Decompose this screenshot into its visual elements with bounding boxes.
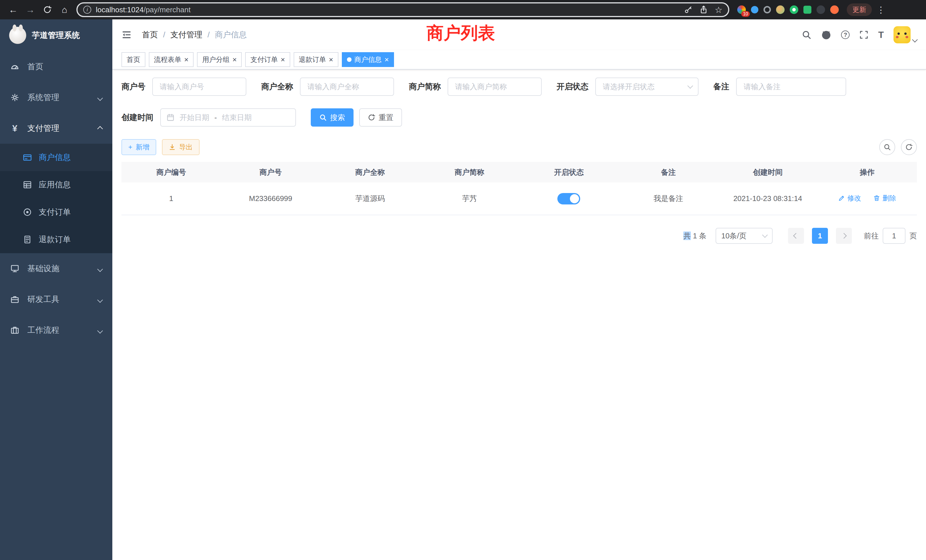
gear-icon <box>10 93 20 102</box>
merchant-no-input[interactable] <box>152 77 246 96</box>
tab-pay-orders[interactable]: 支付订单 × <box>245 52 290 67</box>
extension-icon[interactable] <box>803 6 811 14</box>
home-icon[interactable]: ⌂ <box>57 2 72 17</box>
extension-icon[interactable] <box>751 6 758 14</box>
toggle-search-button[interactable] <box>879 139 895 155</box>
close-icon[interactable]: × <box>280 56 285 63</box>
total-suffix: 条 <box>699 232 707 240</box>
breadcrumb-payment[interactable]: 支付管理 <box>171 29 203 40</box>
page-size-select[interactable]: 10条/页 <box>716 228 773 244</box>
help-icon[interactable]: ? <box>841 30 850 39</box>
sidebar-item-label: 基础设施 <box>27 263 59 274</box>
refresh-table-button[interactable] <box>901 139 917 155</box>
extension-icon[interactable] <box>817 5 825 14</box>
export-button[interactable]: 导出 <box>162 139 200 155</box>
status-switch[interactable] <box>557 193 580 204</box>
user-avatar-menu[interactable] <box>894 26 917 43</box>
tab-user-group[interactable]: 用户分组 × <box>197 52 242 67</box>
share-icon[interactable] <box>699 5 708 14</box>
edit-button[interactable]: 修改 <box>838 194 861 203</box>
tab-home[interactable]: 首页 <box>121 52 145 67</box>
grid-icon <box>23 180 32 189</box>
full-name-label: 商户全称 <box>261 81 293 92</box>
date-range-picker[interactable]: 开始日期 - 结束日期 <box>160 108 296 127</box>
status-select[interactable] <box>595 77 699 96</box>
close-icon[interactable]: × <box>384 56 389 63</box>
table-toolbar: + 新增 导出 <box>121 139 917 155</box>
sidebar-item-home[interactable]: 首页 <box>0 51 112 82</box>
profile-avatar-icon[interactable] <box>830 5 839 14</box>
goto-page: 前往 页 <box>864 228 917 244</box>
page-number-button[interactable]: 1 <box>812 228 828 244</box>
tab-refund-orders[interactable]: 退款订单 × <box>294 52 338 67</box>
browser-update-button[interactable]: 更新 <box>847 3 872 16</box>
full-name-input[interactable] <box>300 77 394 96</box>
prev-page-button[interactable] <box>788 228 804 244</box>
record-circle-icon <box>23 207 32 217</box>
forward-icon[interactable]: → <box>23 2 38 17</box>
extension-icon[interactable] <box>764 6 771 14</box>
short-name-input[interactable] <box>448 77 542 96</box>
search-button[interactable]: 搜索 <box>311 108 354 127</box>
reset-button[interactable]: 重置 <box>359 108 402 127</box>
extension-icon[interactable]: 10 <box>737 5 746 14</box>
sidebar-item-pay-orders[interactable]: 支付订单 <box>0 198 112 226</box>
back-icon[interactable]: ← <box>6 2 21 17</box>
cell-remark: 我是备注 <box>619 183 718 215</box>
extension-icon[interactable] <box>790 5 798 14</box>
search-icon[interactable] <box>802 30 811 39</box>
page-size-value: 10条/页 <box>721 231 746 241</box>
sidebar-item-infra[interactable]: 基础设施 <box>0 253 112 284</box>
browser-toolbar: ← → ⌂ i localhost:1024/pay/merchant ☆ 10 <box>0 0 926 20</box>
key-icon[interactable] <box>684 5 693 14</box>
main-area: 首页 / 支付管理 / 商户信息 ? <box>112 20 926 560</box>
font-size-icon[interactable]: T <box>878 30 884 40</box>
github-icon[interactable] <box>821 30 831 40</box>
fullscreen-icon[interactable] <box>859 30 869 39</box>
app-logo[interactable]: 芋道管理系统 <box>0 20 112 51</box>
reload-icon[interactable] <box>40 2 55 17</box>
address-bar[interactable]: i localhost:1024/pay/merchant ☆ <box>76 2 729 17</box>
app-title: 芋道管理系统 <box>32 30 80 41</box>
sidebar-item-system[interactable]: 系统管理 <box>0 82 112 113</box>
sidebar-item-label: 退款订单 <box>39 234 71 245</box>
next-page-button[interactable] <box>836 228 852 244</box>
info-icon[interactable]: i <box>83 6 91 14</box>
top-navbar: 首页 / 支付管理 / 商户信息 ? <box>112 20 926 50</box>
sidebar: 芋道管理系统 首页 系统管理 ¥ 支付管理 <box>0 20 112 560</box>
cell-actions: 修改 删除 <box>817 183 917 215</box>
chevron-right-icon <box>841 233 847 239</box>
short-name-label: 商户简称 <box>409 81 441 92</box>
chevron-down-icon <box>98 93 102 102</box>
sidebar-item-app-info[interactable]: 应用信息 <box>0 171 112 198</box>
delete-button[interactable]: 删除 <box>873 194 896 203</box>
date-start-placeholder: 开始日期 <box>180 113 209 123</box>
calendar-icon <box>166 114 174 121</box>
bookmark-star-icon[interactable]: ☆ <box>715 5 722 15</box>
status-label: 开启状态 <box>557 81 589 92</box>
sidebar-item-label: 支付管理 <box>27 123 59 134</box>
goto-page-input[interactable] <box>883 228 905 244</box>
close-icon[interactable]: × <box>232 56 237 63</box>
close-icon[interactable]: × <box>184 56 188 63</box>
browser-menu-icon[interactable]: ⋮ <box>876 5 885 15</box>
add-button[interactable]: + 新增 <box>121 139 156 155</box>
sidebar-item-merchant-info[interactable]: 商户信息 <box>0 144 112 171</box>
sidebar-item-devtools[interactable]: 研发工具 <box>0 284 112 315</box>
tab-process-form[interactable]: 流程表单 × <box>149 52 194 67</box>
card-icon <box>23 153 32 162</box>
sidebar-item-refund-orders[interactable]: 退款订单 <box>0 226 112 253</box>
search-icon <box>884 144 891 151</box>
sidebar-item-workflow[interactable]: 工作流程 <box>0 315 112 345</box>
tab-label: 首页 <box>127 55 140 64</box>
close-icon[interactable]: × <box>329 56 333 63</box>
caret-down-icon <box>912 37 918 42</box>
extension-icon[interactable] <box>776 5 785 14</box>
breadcrumb-home[interactable]: 首页 <box>142 29 158 40</box>
sidebar-item-payment[interactable]: ¥ 支付管理 <box>0 113 112 144</box>
tab-label: 流程表单 <box>154 55 181 64</box>
goto-suffix: 页 <box>909 231 917 241</box>
remark-input[interactable] <box>736 77 846 96</box>
tab-merchant-info[interactable]: 商户信息 × <box>342 52 394 67</box>
sidebar-toggle-icon[interactable] <box>121 30 132 40</box>
